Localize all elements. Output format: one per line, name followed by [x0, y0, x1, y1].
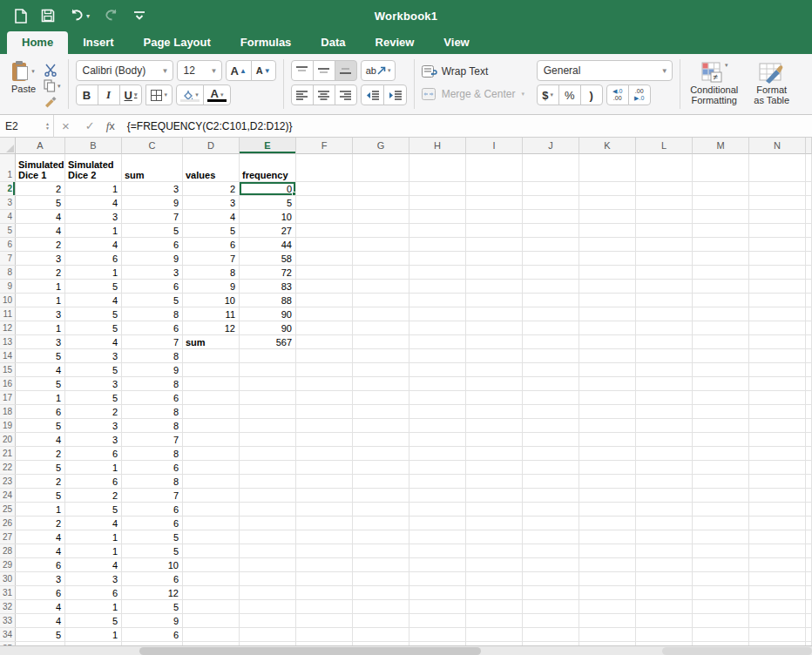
cell-B7[interactable]: 6: [65, 252, 122, 265]
cell-M5[interactable]: [693, 224, 749, 237]
cell-I21[interactable]: [466, 447, 523, 460]
cell-I7[interactable]: [466, 252, 523, 265]
cell-I25[interactable]: [466, 503, 523, 516]
row-header-15[interactable]: 15: [0, 363, 16, 376]
cell-J10[interactable]: [523, 294, 579, 307]
cell-J6[interactable]: [523, 238, 579, 251]
cell-G1[interactable]: [353, 154, 409, 181]
enter-icon[interactable]: ✓: [78, 119, 103, 132]
cell-H8[interactable]: [409, 266, 466, 279]
cell-K4[interactable]: [579, 210, 636, 223]
cell-L8[interactable]: [636, 266, 693, 279]
cell-B31[interactable]: 6: [65, 586, 122, 599]
cell-I13[interactable]: [466, 335, 523, 348]
cell-A29[interactable]: 6: [16, 558, 65, 571]
cell-B34[interactable]: 1: [65, 628, 122, 641]
cell-H1[interactable]: [409, 154, 466, 181]
cell-C33[interactable]: 9: [122, 614, 183, 627]
cell-K33[interactable]: [579, 614, 636, 627]
cell-J25[interactable]: [523, 503, 579, 516]
cell-C1[interactable]: sum: [122, 154, 183, 181]
cell-M9[interactable]: [693, 280, 749, 293]
tab-formulas[interactable]: Formulas: [226, 31, 307, 54]
cell-A30[interactable]: 3: [16, 572, 65, 585]
cell-D11[interactable]: 11: [183, 307, 240, 321]
cell-J26[interactable]: [523, 517, 579, 530]
cell-F2[interactable]: [296, 182, 353, 195]
cell-N27[interactable]: [749, 530, 806, 544]
cell-M15[interactable]: [693, 363, 749, 376]
cell-M20[interactable]: [693, 433, 749, 446]
row-header-26[interactable]: 26: [0, 517, 16, 530]
cell-N13[interactable]: [749, 335, 806, 348]
cell-B33[interactable]: 5: [65, 614, 122, 627]
cell-F4[interactable]: [296, 210, 353, 223]
cell-C18[interactable]: 8: [122, 405, 183, 418]
cell-B9[interactable]: 5: [65, 280, 122, 293]
paste-button[interactable]: ▾ Paste: [3, 61, 44, 112]
cell-L21[interactable]: [636, 447, 693, 460]
cell-A19[interactable]: 5: [16, 419, 65, 432]
cell-N25[interactable]: [749, 503, 806, 516]
cell-B19[interactable]: 3: [65, 419, 122, 432]
cell-E24[interactable]: [240, 489, 296, 502]
cell-L27[interactable]: [636, 530, 693, 544]
cell-I34[interactable]: [466, 628, 523, 641]
cell-A7[interactable]: 3: [16, 252, 65, 265]
cell-E6[interactable]: 44: [240, 238, 296, 251]
number-format-combo[interactable]: General ▼: [537, 60, 673, 81]
row-header-23[interactable]: 23: [0, 475, 16, 488]
cell-I29[interactable]: [466, 558, 523, 571]
cell-E33[interactable]: [240, 614, 296, 627]
cell-L3[interactable]: [636, 196, 693, 209]
cell-K3[interactable]: [579, 196, 636, 209]
cell-N17[interactable]: [749, 391, 806, 404]
cell-I1[interactable]: [466, 154, 523, 181]
cell-H27[interactable]: [409, 530, 466, 544]
cell-D16[interactable]: [183, 377, 240, 390]
row-header-10[interactable]: 10: [0, 294, 16, 307]
cell-I12[interactable]: [466, 321, 523, 334]
row-header-3[interactable]: 3: [0, 196, 16, 209]
cell-G22[interactable]: [353, 461, 409, 474]
column-header-k[interactable]: K: [579, 138, 636, 154]
cell-E15[interactable]: [240, 363, 296, 376]
cell-H15[interactable]: [409, 363, 466, 376]
cell-J17[interactable]: [523, 391, 579, 404]
cell-K26[interactable]: [579, 517, 636, 530]
cell-H6[interactable]: [409, 238, 466, 251]
cell-L23[interactable]: [636, 475, 693, 488]
cell-C10[interactable]: 5: [122, 294, 183, 307]
cell-K20[interactable]: [579, 433, 636, 446]
cell-F7[interactable]: [296, 252, 353, 265]
cell-F11[interactable]: [296, 307, 353, 321]
cell-B16[interactable]: 3: [65, 377, 122, 390]
row-header-24[interactable]: 24: [0, 489, 16, 502]
cell-F15[interactable]: [296, 363, 353, 376]
cell-G3[interactable]: [353, 196, 409, 209]
increase-indent-button[interactable]: [383, 84, 407, 105]
cell-I30[interactable]: [466, 572, 523, 585]
cell-K34[interactable]: [579, 628, 636, 641]
cell-I9[interactable]: [466, 280, 523, 293]
cell-J2[interactable]: [523, 182, 579, 195]
cell-B2[interactable]: 1: [65, 182, 122, 195]
cell-K28[interactable]: [579, 544, 636, 557]
row-header-1[interactable]: 1: [0, 154, 16, 181]
row-header-16[interactable]: 16: [0, 377, 16, 390]
undo-dropdown-caret[interactable]: ▾: [86, 12, 90, 20]
cell-I28[interactable]: [466, 544, 523, 557]
cell-N19[interactable]: [749, 419, 806, 432]
cell-G10[interactable]: [353, 294, 409, 307]
cell-D14[interactable]: [183, 349, 240, 362]
horizontal-scrollbar-thumb[interactable]: [139, 647, 481, 655]
cell-C23[interactable]: 8: [122, 475, 183, 488]
cell-K5[interactable]: [579, 224, 636, 237]
cell-D5[interactable]: 5: [183, 224, 240, 237]
cell-M34[interactable]: [693, 628, 749, 641]
cell-M12[interactable]: [693, 321, 749, 334]
cell-A21[interactable]: 2: [16, 447, 65, 460]
cell-F9[interactable]: [296, 280, 353, 293]
cell-B29[interactable]: 4: [65, 558, 122, 571]
row-header-25[interactable]: 25: [0, 503, 16, 516]
